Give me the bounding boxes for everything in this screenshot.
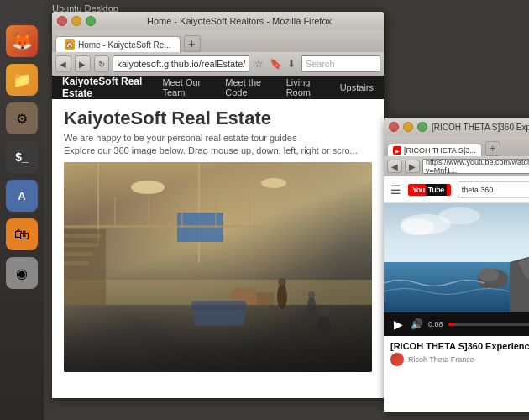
svg-point-15	[308, 291, 315, 298]
search-bar[interactable]: Search	[301, 55, 380, 72]
svg-point-34	[401, 218, 434, 235]
yt-channel-info: Ricoh Theta France	[384, 353, 529, 366]
youtube-logo: YouTube	[408, 184, 451, 196]
svg-rect-11	[64, 261, 89, 265]
firefox-main-titlebar: Home - KaiyoteSoft Realtors - Mozilla Fi…	[52, 12, 384, 30]
hamburger-icon[interactable]: ☰	[390, 183, 401, 197]
svg-marker-29	[510, 245, 529, 312]
window-title: Home - KaiyoteSoft Realtors - Mozilla Fi…	[100, 16, 379, 26]
svg-rect-19	[257, 292, 274, 305]
site-360-image[interactable]	[64, 162, 372, 372]
download-icon[interactable]: ⬇	[285, 56, 298, 71]
taskbar-terminal-icon[interactable]: $_	[6, 141, 38, 173]
site-content: KaiyoteSoft Real Estate We are happy to …	[52, 99, 384, 398]
new-tab-button[interactable]: +	[184, 35, 201, 52]
search-placeholder: Search	[306, 59, 335, 69]
yt-video-svg	[384, 203, 529, 312]
svg-rect-22	[148, 196, 149, 228]
svg-point-3	[131, 181, 165, 194]
url-bar[interactable]: kaiyotesoft.github.io/realEstate/	[113, 55, 249, 72]
svg-point-13	[278, 278, 286, 286]
taskbar-software-icon[interactable]: 🛍	[6, 218, 38, 250]
yt-forward-btn[interactable]: ▶	[405, 160, 420, 173]
site-brand[interactable]: KaiyoteSoft Real Estate	[62, 76, 147, 99]
yt-header: ☰ YouTube	[384, 176, 529, 203]
url-text: kaiyotesoft.github.io/realEstate/	[117, 59, 245, 69]
svg-rect-26	[194, 309, 244, 326]
yt-video-controls[interactable]: ▶ 🔊 0:08 2:13	[384, 312, 529, 336]
youtube-titlebar: [RICOH THETA S]360 Experience - YouT...	[384, 118, 529, 136]
svg-point-32	[479, 268, 499, 281]
firefox-youtube-window: [RICOH THETA S]360 Experience - YouT... …	[384, 118, 529, 412]
yt-close-btn[interactable]	[389, 122, 399, 132]
yt-logo-tube: Tube	[426, 184, 447, 196]
ubuntu-desktop: Ubuntu Desktop Home - KaiyoteSoft Realto…	[44, 0, 529, 420]
svg-rect-23	[181, 196, 183, 228]
yt-volume-icon[interactable]: 🔊	[411, 318, 423, 330]
svg-point-4	[261, 178, 286, 188]
yt-search-input[interactable]	[458, 181, 529, 198]
nav-link-code[interactable]: Meet the Code	[225, 77, 270, 97]
site-title: KaiyoteSoft Real Estate	[64, 108, 372, 129]
bookmark-star-icon[interactable]: ☆	[253, 56, 265, 71]
svg-rect-25	[249, 196, 250, 228]
yt-current-time: 0:08	[428, 320, 443, 328]
yt-active-tab[interactable]: ▶ [RICOH THETA S]3...	[387, 144, 482, 156]
yt-video-area[interactable]	[384, 203, 529, 312]
svg-point-35	[438, 207, 480, 224]
back-button[interactable]: ◀	[55, 55, 71, 72]
yt-url-bar[interactable]: https://www.youtube.com/watch?v=Mnf1...	[422, 159, 529, 174]
ubuntu-taskbar: 🦊 📁 ⚙ $_ A 🛍 ◉	[0, 0, 44, 420]
tabs-bar: 🏠 Home - KaiyoteSoft Re... +	[52, 30, 384, 52]
taskbar-firefox-icon[interactable]: 🦊	[6, 25, 38, 57]
yt-maximize-btn[interactable]	[417, 122, 427, 132]
svg-rect-7	[64, 229, 106, 305]
close-btn[interactable]	[57, 16, 67, 26]
yt-site-content: ☰ YouTube	[384, 176, 529, 412]
yt-window-title: [RICOH THETA S]360 Experience - YouT...	[432, 123, 529, 132]
yt-video-title: [RICOH THETA S]360 Experience	[384, 336, 529, 353]
svg-rect-20	[64, 225, 274, 228]
yt-tab-label: [RICOH THETA S]3...	[404, 146, 476, 155]
nav-link-team[interactable]: Meet Our Team	[162, 77, 210, 97]
channel-name: Ricoh Theta France	[408, 355, 474, 364]
svg-rect-10	[64, 252, 93, 256]
yt-play-button[interactable]: ▶	[390, 317, 406, 332]
main-tab[interactable]: 🏠 Home - KaiyoteSoft Re...	[55, 36, 181, 52]
nav-link-upstairs[interactable]: Upstairs	[340, 82, 374, 92]
site-subtitle: We are happy to be your personal real es…	[64, 133, 372, 143]
taskbar-unity-icon[interactable]: ◉	[6, 257, 38, 289]
svg-point-16	[317, 313, 331, 347]
svg-point-17	[319, 307, 329, 317]
channel-avatar	[390, 353, 404, 366]
yt-url-text: https://www.youtube.com/watch?v=Mnf1...	[426, 159, 529, 174]
svg-rect-8	[64, 234, 102, 238]
taskbar-settings-icon[interactable]: ⚙	[6, 102, 38, 134]
tab-label: Home - KaiyoteSoft Re...	[78, 40, 171, 50]
svg-point-12	[277, 284, 287, 309]
svg-point-14	[307, 297, 316, 317]
svg-rect-24	[215, 196, 217, 228]
yt-toolbar: ◀ ▶ https://www.youtube.com/watch?v=Mnf1…	[384, 156, 529, 176]
site-description: Explore our 360 image below. Drag mouse …	[64, 145, 372, 155]
forward-button[interactable]: ▶	[75, 55, 91, 72]
taskbar-files-icon[interactable]: 📁	[6, 64, 38, 96]
minimize-btn[interactable]	[71, 16, 81, 26]
yt-tab-favicon: ▶	[393, 146, 401, 155]
yt-progress-bar[interactable]	[448, 323, 529, 326]
reload-button[interactable]: ↻	[94, 55, 110, 72]
bookmark-icon[interactable]: 🔖	[270, 56, 282, 71]
yt-tabs-bar: ▶ [RICOH THETA S]3... +	[384, 136, 529, 156]
yt-new-tab-btn[interactable]: +	[485, 141, 500, 156]
svg-rect-27	[191, 301, 246, 311]
site-nav: KaiyoteSoft Real Estate Meet Our Team Me…	[52, 76, 384, 99]
nav-link-living[interactable]: Living Room	[286, 77, 325, 97]
svg-rect-9	[64, 243, 97, 247]
svg-rect-21	[114, 196, 116, 228]
interior-svg	[64, 162, 372, 372]
maximize-btn[interactable]	[86, 16, 96, 26]
yt-back-btn[interactable]: ◀	[387, 160, 402, 173]
yt-minimize-btn[interactable]	[403, 122, 413, 132]
svg-rect-28	[384, 262, 529, 312]
taskbar-text-icon[interactable]: A	[6, 180, 38, 212]
